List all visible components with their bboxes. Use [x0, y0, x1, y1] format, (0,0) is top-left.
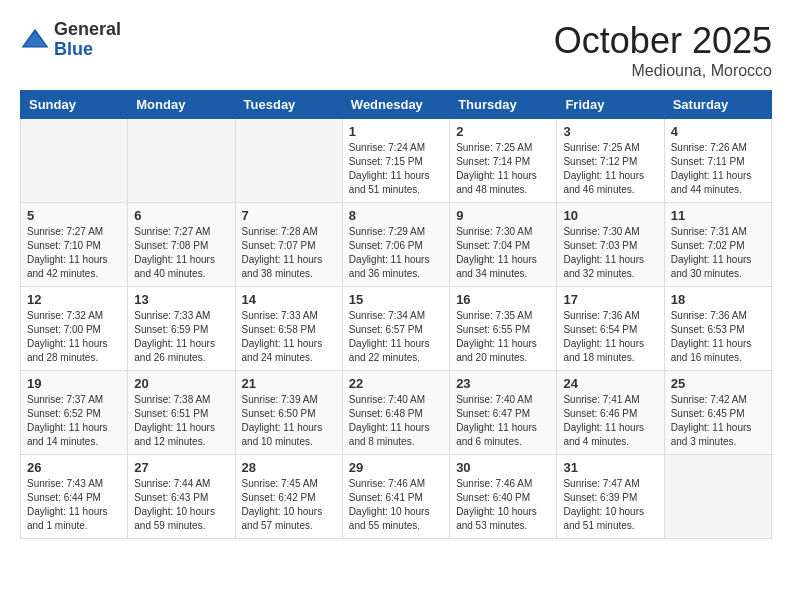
calendar-cell: 31Sunrise: 7:47 AM Sunset: 6:39 PM Dayli…: [557, 455, 664, 539]
day-info: Sunrise: 7:46 AM Sunset: 6:40 PM Dayligh…: [456, 477, 550, 533]
day-info: Sunrise: 7:38 AM Sunset: 6:51 PM Dayligh…: [134, 393, 228, 449]
calendar-cell: 16Sunrise: 7:35 AM Sunset: 6:55 PM Dayli…: [450, 287, 557, 371]
day-info: Sunrise: 7:32 AM Sunset: 7:00 PM Dayligh…: [27, 309, 121, 365]
calendar-cell: 27Sunrise: 7:44 AM Sunset: 6:43 PM Dayli…: [128, 455, 235, 539]
weekday-header: Saturday: [664, 91, 771, 119]
day-number: 8: [349, 208, 443, 223]
day-number: 2: [456, 124, 550, 139]
calendar-cell: 20Sunrise: 7:38 AM Sunset: 6:51 PM Dayli…: [128, 371, 235, 455]
calendar-cell: 7Sunrise: 7:28 AM Sunset: 7:07 PM Daylig…: [235, 203, 342, 287]
page-header: General Blue October 2025 Mediouna, Moro…: [20, 20, 772, 80]
day-number: 15: [349, 292, 443, 307]
day-info: Sunrise: 7:34 AM Sunset: 6:57 PM Dayligh…: [349, 309, 443, 365]
weekday-header: Wednesday: [342, 91, 449, 119]
day-info: Sunrise: 7:40 AM Sunset: 6:48 PM Dayligh…: [349, 393, 443, 449]
day-number: 6: [134, 208, 228, 223]
day-info: Sunrise: 7:35 AM Sunset: 6:55 PM Dayligh…: [456, 309, 550, 365]
day-number: 26: [27, 460, 121, 475]
calendar-cell: 3Sunrise: 7:25 AM Sunset: 7:12 PM Daylig…: [557, 119, 664, 203]
calendar-cell: [128, 119, 235, 203]
svg-marker-1: [24, 32, 47, 46]
calendar-cell: 5Sunrise: 7:27 AM Sunset: 7:10 PM Daylig…: [21, 203, 128, 287]
day-number: 7: [242, 208, 336, 223]
day-number: 12: [27, 292, 121, 307]
day-number: 5: [27, 208, 121, 223]
calendar-cell: 8Sunrise: 7:29 AM Sunset: 7:06 PM Daylig…: [342, 203, 449, 287]
calendar-cell: 19Sunrise: 7:37 AM Sunset: 6:52 PM Dayli…: [21, 371, 128, 455]
calendar-table: SundayMondayTuesdayWednesdayThursdayFrid…: [20, 90, 772, 539]
day-info: Sunrise: 7:41 AM Sunset: 6:46 PM Dayligh…: [563, 393, 657, 449]
calendar-cell: 14Sunrise: 7:33 AM Sunset: 6:58 PM Dayli…: [235, 287, 342, 371]
day-info: Sunrise: 7:36 AM Sunset: 6:54 PM Dayligh…: [563, 309, 657, 365]
weekday-header: Friday: [557, 91, 664, 119]
day-number: 30: [456, 460, 550, 475]
weekday-header: Monday: [128, 91, 235, 119]
day-number: 25: [671, 376, 765, 391]
day-info: Sunrise: 7:28 AM Sunset: 7:07 PM Dayligh…: [242, 225, 336, 281]
calendar-cell: 12Sunrise: 7:32 AM Sunset: 7:00 PM Dayli…: [21, 287, 128, 371]
calendar-cell: 11Sunrise: 7:31 AM Sunset: 7:02 PM Dayli…: [664, 203, 771, 287]
day-number: 22: [349, 376, 443, 391]
calendar-cell: 13Sunrise: 7:33 AM Sunset: 6:59 PM Dayli…: [128, 287, 235, 371]
calendar-week-row: 12Sunrise: 7:32 AM Sunset: 7:00 PM Dayli…: [21, 287, 772, 371]
day-info: Sunrise: 7:24 AM Sunset: 7:15 PM Dayligh…: [349, 141, 443, 197]
calendar-cell: 9Sunrise: 7:30 AM Sunset: 7:04 PM Daylig…: [450, 203, 557, 287]
calendar-cell: [664, 455, 771, 539]
day-info: Sunrise: 7:44 AM Sunset: 6:43 PM Dayligh…: [134, 477, 228, 533]
calendar-cell: 23Sunrise: 7:40 AM Sunset: 6:47 PM Dayli…: [450, 371, 557, 455]
day-number: 13: [134, 292, 228, 307]
weekday-header: Sunday: [21, 91, 128, 119]
day-number: 19: [27, 376, 121, 391]
day-info: Sunrise: 7:27 AM Sunset: 7:08 PM Dayligh…: [134, 225, 228, 281]
calendar-cell: 17Sunrise: 7:36 AM Sunset: 6:54 PM Dayli…: [557, 287, 664, 371]
day-info: Sunrise: 7:33 AM Sunset: 6:59 PM Dayligh…: [134, 309, 228, 365]
day-number: 29: [349, 460, 443, 475]
day-info: Sunrise: 7:25 AM Sunset: 7:14 PM Dayligh…: [456, 141, 550, 197]
calendar-cell: 24Sunrise: 7:41 AM Sunset: 6:46 PM Dayli…: [557, 371, 664, 455]
day-number: 18: [671, 292, 765, 307]
calendar-cell: 10Sunrise: 7:30 AM Sunset: 7:03 PM Dayli…: [557, 203, 664, 287]
day-number: 27: [134, 460, 228, 475]
calendar-cell: [21, 119, 128, 203]
day-number: 9: [456, 208, 550, 223]
calendar-week-row: 26Sunrise: 7:43 AM Sunset: 6:44 PM Dayli…: [21, 455, 772, 539]
day-number: 11: [671, 208, 765, 223]
day-number: 31: [563, 460, 657, 475]
day-info: Sunrise: 7:31 AM Sunset: 7:02 PM Dayligh…: [671, 225, 765, 281]
day-info: Sunrise: 7:30 AM Sunset: 7:03 PM Dayligh…: [563, 225, 657, 281]
calendar-cell: 25Sunrise: 7:42 AM Sunset: 6:45 PM Dayli…: [664, 371, 771, 455]
calendar-cell: [235, 119, 342, 203]
day-number: 21: [242, 376, 336, 391]
calendar-cell: 2Sunrise: 7:25 AM Sunset: 7:14 PM Daylig…: [450, 119, 557, 203]
calendar-cell: 18Sunrise: 7:36 AM Sunset: 6:53 PM Dayli…: [664, 287, 771, 371]
day-info: Sunrise: 7:47 AM Sunset: 6:39 PM Dayligh…: [563, 477, 657, 533]
day-info: Sunrise: 7:30 AM Sunset: 7:04 PM Dayligh…: [456, 225, 550, 281]
day-info: Sunrise: 7:45 AM Sunset: 6:42 PM Dayligh…: [242, 477, 336, 533]
weekday-header-row: SundayMondayTuesdayWednesdayThursdayFrid…: [21, 91, 772, 119]
day-info: Sunrise: 7:39 AM Sunset: 6:50 PM Dayligh…: [242, 393, 336, 449]
day-number: 3: [563, 124, 657, 139]
calendar-cell: 26Sunrise: 7:43 AM Sunset: 6:44 PM Dayli…: [21, 455, 128, 539]
logo-icon: [20, 25, 50, 55]
day-info: Sunrise: 7:33 AM Sunset: 6:58 PM Dayligh…: [242, 309, 336, 365]
month-title: October 2025: [554, 20, 772, 62]
day-info: Sunrise: 7:25 AM Sunset: 7:12 PM Dayligh…: [563, 141, 657, 197]
logo-general: General: [54, 20, 121, 40]
day-info: Sunrise: 7:36 AM Sunset: 6:53 PM Dayligh…: [671, 309, 765, 365]
day-number: 17: [563, 292, 657, 307]
calendar-cell: 1Sunrise: 7:24 AM Sunset: 7:15 PM Daylig…: [342, 119, 449, 203]
logo-text: General Blue: [54, 20, 121, 60]
day-number: 14: [242, 292, 336, 307]
calendar-cell: 6Sunrise: 7:27 AM Sunset: 7:08 PM Daylig…: [128, 203, 235, 287]
day-number: 16: [456, 292, 550, 307]
day-number: 4: [671, 124, 765, 139]
day-info: Sunrise: 7:42 AM Sunset: 6:45 PM Dayligh…: [671, 393, 765, 449]
day-number: 1: [349, 124, 443, 139]
title-block: October 2025 Mediouna, Morocco: [554, 20, 772, 80]
day-number: 24: [563, 376, 657, 391]
calendar-cell: 28Sunrise: 7:45 AM Sunset: 6:42 PM Dayli…: [235, 455, 342, 539]
logo-blue: Blue: [54, 40, 121, 60]
day-info: Sunrise: 7:27 AM Sunset: 7:10 PM Dayligh…: [27, 225, 121, 281]
calendar-cell: 30Sunrise: 7:46 AM Sunset: 6:40 PM Dayli…: [450, 455, 557, 539]
calendar-week-row: 19Sunrise: 7:37 AM Sunset: 6:52 PM Dayli…: [21, 371, 772, 455]
